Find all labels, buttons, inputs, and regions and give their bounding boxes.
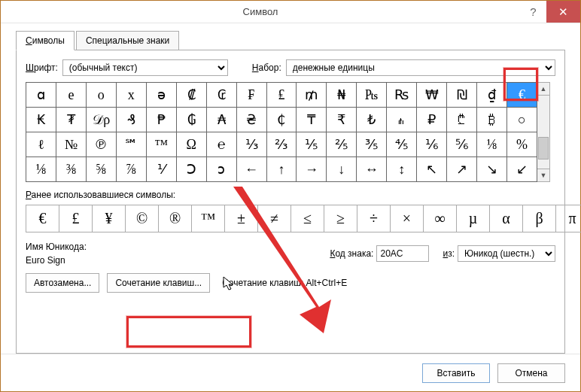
recent-cell[interactable]: € [26, 205, 59, 232]
grid-cell[interactable]: ₰ [116, 108, 146, 132]
grid-cell[interactable]: ↖ [417, 157, 447, 182]
recent-cell[interactable]: £ [59, 205, 93, 232]
grid-cell[interactable]: ₥ [297, 83, 327, 108]
insert-button[interactable]: Вставить [422, 363, 490, 383]
grid-cell[interactable]: ℓ [26, 132, 56, 157]
grid-cell[interactable]: ₤ [266, 83, 297, 108]
subset-select[interactable]: денежные единицы [286, 59, 555, 76]
recent-cell[interactable]: © [126, 205, 159, 232]
grid-cell[interactable]: ← [236, 157, 266, 182]
recent-cell[interactable]: ÷ [357, 205, 391, 232]
grid-cell[interactable]: ₪ [447, 83, 477, 108]
grid-cell[interactable]: % [507, 132, 537, 157]
grid-cell[interactable]: ₮ [56, 108, 86, 132]
recent-cell[interactable]: ≤ [291, 205, 324, 232]
grid-cell[interactable]: ə [146, 83, 176, 108]
recent-cell[interactable]: α [490, 205, 523, 232]
grid-cell[interactable]: Ↄ [176, 157, 206, 182]
grid-cell[interactable]: ₵ [266, 108, 297, 132]
close-button[interactable]: ✕ [546, 1, 580, 23]
grid-cell[interactable]: ₸ [297, 108, 327, 132]
recent-cell[interactable]: β [523, 205, 556, 232]
tab-symbols[interactable]: Символы [16, 31, 75, 50]
grid-cell[interactable]: ⅜ [56, 157, 86, 182]
grid-cell[interactable]: ○ [507, 108, 537, 132]
grid-cell[interactable]: ₹ [327, 108, 357, 132]
grid-cell[interactable]: ℗ [86, 132, 116, 157]
recent-cell[interactable]: µ [457, 205, 490, 232]
recent-cell[interactable]: ™ [192, 205, 225, 232]
grid-cell[interactable]: ™ [146, 132, 176, 157]
grid-cell[interactable]: ₺ [357, 108, 387, 132]
char-code-input[interactable] [376, 245, 429, 262]
autocorrect-button[interactable]: Автозамена... [26, 273, 99, 293]
tab-special[interactable]: Специальные знаки [76, 31, 179, 50]
grid-cell[interactable]: x [116, 83, 146, 108]
symbol-grid[interactable]: ɑeoxə₡₢₣₤₥₦₧₨₩₪₫€₭₮𝒟ρ₰₱₲₳₴₵₸₹₺₼₽₾₿○ℓ№℗℠™… [26, 82, 537, 182]
scroll-down-icon[interactable]: ▼ [537, 169, 549, 181]
grid-cell[interactable]: ⅘ [387, 132, 417, 157]
grid-cell[interactable]: ₢ [206, 83, 236, 108]
grid-cell[interactable]: ⅛ [477, 132, 507, 157]
grid-cell[interactable]: ⅖ [327, 132, 357, 157]
recent-cell[interactable]: × [391, 205, 424, 232]
grid-cell[interactable]: € [507, 83, 537, 108]
grid-cell[interactable]: ₭ [26, 108, 56, 132]
grid-cell[interactable]: ⅕ [297, 132, 327, 157]
grid-cell[interactable]: 𝒟ρ [86, 108, 116, 132]
grid-scrollbar[interactable]: ▲ ▼ [537, 82, 550, 182]
from-select[interactable]: Юникод (шестн.) [458, 245, 555, 262]
grid-cell[interactable]: ↙ [507, 157, 537, 182]
cancel-button[interactable]: Отмена [497, 363, 565, 383]
grid-cell[interactable]: e [56, 83, 86, 108]
font-select[interactable]: (обычный текст) [62, 59, 228, 76]
grid-cell[interactable]: ↔ [357, 157, 387, 182]
grid-cell[interactable]: ↕ [387, 157, 417, 182]
scroll-thumb[interactable] [538, 137, 549, 160]
recent-cell[interactable]: ≥ [324, 205, 357, 232]
grid-cell[interactable]: ↄ [206, 157, 236, 182]
recent-grid[interactable]: €£¥©®™±≠≤≥÷×∞µαβπΩ [26, 205, 581, 232]
grid-cell[interactable]: ₩ [417, 83, 447, 108]
grid-cell[interactable]: ↗ [447, 157, 477, 182]
grid-cell[interactable]: ↓ [327, 157, 357, 182]
recent-cell[interactable]: ∞ [424, 205, 457, 232]
recent-cell[interactable]: ¥ [93, 205, 126, 232]
recent-cell[interactable]: π [556, 205, 582, 232]
grid-cell[interactable]: ₳ [206, 108, 236, 132]
grid-cell[interactable]: ₲ [176, 108, 206, 132]
grid-cell[interactable]: ₡ [176, 83, 206, 108]
grid-cell[interactable]: o [86, 83, 116, 108]
help-button[interactable]: ? [520, 1, 546, 23]
grid-cell[interactable]: ₫ [477, 83, 507, 108]
grid-cell[interactable]: ₦ [327, 83, 357, 108]
grid-cell[interactable]: ₿ [477, 108, 507, 132]
grid-cell[interactable]: ⅛ [26, 157, 56, 182]
grid-cell[interactable]: ₨ [387, 83, 417, 108]
grid-cell[interactable]: ₱ [146, 108, 176, 132]
scroll-up-icon[interactable]: ▲ [537, 83, 549, 96]
grid-cell[interactable]: ₣ [236, 83, 266, 108]
grid-cell[interactable]: ⅚ [447, 132, 477, 157]
grid-cell[interactable]: ɑ [26, 83, 56, 108]
grid-cell[interactable]: ↑ [266, 157, 297, 182]
recent-cell[interactable]: ® [159, 205, 192, 232]
grid-cell[interactable]: ↘ [477, 157, 507, 182]
grid-cell[interactable]: № [56, 132, 86, 157]
grid-cell[interactable]: ⅟ [146, 157, 176, 182]
shortcut-key-button[interactable]: Сочетание клавиш... [107, 273, 210, 293]
grid-cell[interactable]: Ω [176, 132, 206, 157]
grid-cell[interactable]: ⅝ [86, 157, 116, 182]
grid-cell[interactable]: ℠ [116, 132, 146, 157]
grid-cell[interactable]: ₧ [357, 83, 387, 108]
grid-cell[interactable]: ₽ [417, 108, 447, 132]
grid-cell[interactable]: → [297, 157, 327, 182]
grid-cell[interactable]: ⅓ [236, 132, 266, 157]
recent-cell[interactable]: ± [225, 205, 258, 232]
grid-cell[interactable]: ₾ [447, 108, 477, 132]
grid-cell[interactable]: ⅙ [417, 132, 447, 157]
grid-cell[interactable]: ₴ [236, 108, 266, 132]
grid-cell[interactable]: ⅔ [266, 132, 297, 157]
grid-cell[interactable]: ⅗ [357, 132, 387, 157]
grid-cell[interactable]: ₼ [387, 108, 417, 132]
